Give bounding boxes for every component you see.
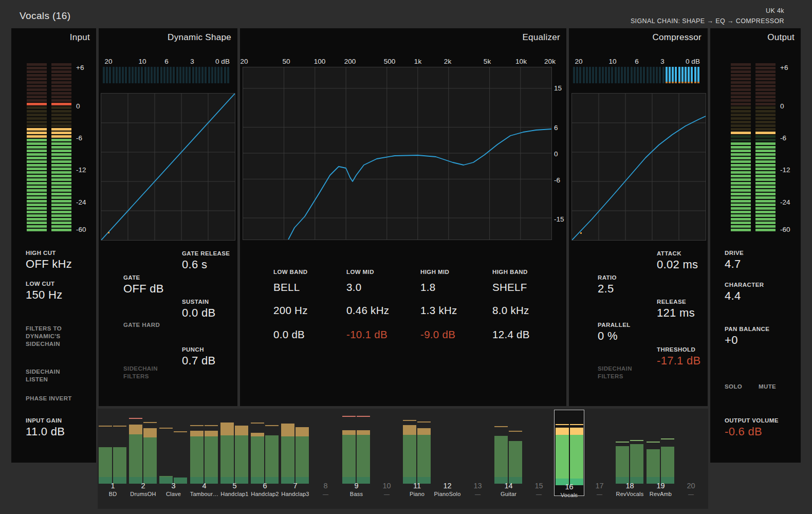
sidechain-listen-toggle[interactable]: SIDECHAIN LISTEN (26, 368, 60, 383)
track-19[interactable]: 19RevAmb (645, 409, 676, 509)
track-18[interactable]: 18RevVocals (615, 409, 645, 509)
solo-button[interactable]: SOLO (725, 383, 742, 391)
track-name: — (524, 491, 554, 497)
track-15[interactable]: 15— (524, 409, 554, 509)
track-17[interactable]: 17— (584, 409, 615, 509)
track-number: 7 (280, 482, 310, 490)
track-number: 3 (158, 482, 189, 490)
eq-band-3-gain: 12.4 dB (492, 328, 530, 341)
track-number: 4 (189, 482, 219, 490)
track-8[interactable]: 8— (310, 409, 341, 509)
track-name: — (372, 491, 402, 497)
filters-to-sidechain-toggle[interactable]: FILTERS TO DYNAMIC'S SIDECHAIN (26, 325, 62, 348)
track-6[interactable]: 6Handclap2 (250, 409, 280, 509)
track-meter (220, 409, 249, 484)
sustain-control[interactable]: SUSTAIN 0.0 dB (182, 298, 215, 319)
track-name: Guitar (493, 491, 524, 497)
shape-panel-title: Dynamic Shape (168, 32, 231, 43)
ratio-control[interactable]: RATIO 2.5 (598, 274, 617, 295)
track-7[interactable]: 7Handclap3 (280, 409, 310, 509)
track-meter (190, 409, 218, 484)
output-panel-title: Output (767, 32, 795, 43)
track-16-selected[interactable]: 16Vocals (554, 410, 584, 496)
signal-chain: SIGNAL CHAIN: SHAPE → EQ → COMPRESSOR (631, 16, 784, 26)
eq-band-0-gain: 0.0 dB (273, 328, 305, 341)
shape-transfer-graph (101, 93, 235, 241)
track-meter (433, 409, 462, 484)
high-cut-control[interactable]: HIGH CUT OFF kHz (26, 249, 72, 270)
pan-balance-control[interactable]: PAN BALANCE +0 (725, 325, 769, 346)
character-control[interactable]: CHARACTER 4.4 (725, 281, 764, 302)
output-volume-control[interactable]: OUTPUT VOLUME -0.6 dB (725, 417, 779, 438)
track-number: 10 (372, 482, 402, 490)
threshold-control[interactable]: THRESHOLD -17.1 dB (657, 346, 701, 367)
track-meter (129, 409, 157, 484)
gate-control[interactable]: GATE OFF dB (123, 274, 164, 295)
track-11[interactable]: 11Piano (402, 409, 432, 509)
track-name: RevVocals (615, 491, 645, 497)
track-10[interactable]: 10— (372, 409, 402, 509)
mute-button[interactable]: MUTE (759, 383, 776, 391)
dynamic-shape-panel: Dynamic Shape 2010630 dB GATE RELEASE 0.… (99, 28, 237, 406)
track-name: Handclap2 (250, 491, 280, 497)
track-name: — (310, 491, 341, 497)
gate-release-control[interactable]: GATE RELEASE 0.6 s (182, 250, 230, 271)
track-meter (159, 409, 188, 484)
track-2[interactable]: 2DrumsOH (128, 409, 158, 509)
parallel-control[interactable]: PARALLEL 0 % (598, 321, 631, 342)
channel-title: Vocals (16) (20, 10, 70, 22)
output-meter-right (755, 63, 776, 232)
attack-control[interactable]: ATTACK 0.02 ms (657, 250, 698, 271)
track-3[interactable]: 3Clave (158, 409, 189, 509)
track-name: Piano (402, 491, 432, 497)
track-number: 12 (432, 482, 463, 490)
track-name: Handclap1 (219, 491, 250, 497)
track-14[interactable]: 14Guitar (493, 409, 524, 509)
eq-band-0-shape: BELL (273, 281, 300, 293)
phase-invert-toggle[interactable]: PHASE INVERT (26, 395, 72, 402)
input-meter-right (51, 63, 71, 232)
eq-band-3-shape: SHELF (492, 281, 527, 293)
shape-gr-meter (103, 67, 230, 83)
release-control[interactable]: RELEASE 121 ms (657, 298, 695, 319)
eq-curve-graph (243, 67, 552, 240)
eq-band-2-freq: 1.3 kHz (420, 304, 457, 317)
header-info: UK 4k SIGNAL CHAIN: SHAPE → EQ → COMPRES… (631, 6, 784, 26)
drive-control[interactable]: DRIVE 4.7 (725, 249, 744, 270)
output-meter-left (731, 63, 751, 232)
track-number: 2 (128, 482, 158, 490)
track-number: 11 (402, 482, 432, 490)
input-gain-control[interactable]: INPUT GAIN 11.0 dB (26, 417, 65, 438)
input-panel: Input +60-6-12-24-60 HIGH CUT OFF kHz LO… (11, 28, 96, 463)
track-number: 17 (584, 482, 615, 490)
track-12[interactable]: 12PianoSolo (432, 409, 463, 509)
track-meter (677, 409, 705, 484)
track-5[interactable]: 5Handclap1 (219, 409, 250, 509)
track-9[interactable]: 9Bass (341, 409, 372, 509)
track-meter (373, 409, 401, 484)
low-cut-control[interactable]: LOW CUT 150 Hz (26, 280, 63, 301)
track-4[interactable]: 4Tambour… (189, 409, 219, 509)
track-name: Vocals (555, 492, 584, 498)
track-20[interactable]: 20— (676, 409, 706, 509)
device-name: UK 4k (631, 6, 784, 16)
punch-control[interactable]: PUNCH 0.7 dB (182, 346, 215, 367)
gate-hard-toggle[interactable]: GATE HARD (123, 321, 160, 329)
compressor-panel-title: Compressor (652, 32, 702, 43)
eq-band-1-shape: 3.0 (346, 281, 361, 293)
track-meter (494, 409, 523, 484)
track-1[interactable]: 1BD (98, 409, 128, 509)
compressor-transfer-graph (571, 93, 706, 241)
equalizer-panel: Equalizer 20501002005001k2k5k10k20k 1560… (240, 28, 566, 406)
track-meter (311, 409, 340, 484)
shape-sidechain-filters-toggle[interactable]: SIDECHAIN FILTERS (123, 365, 158, 380)
track-name: — (584, 491, 615, 497)
eq-panel-title: Equalizer (522, 32, 560, 43)
track-13[interactable]: 13— (463, 409, 493, 509)
track-name: — (463, 491, 493, 497)
eq-freq-scale: 20501002005001k2k5k10k20k (243, 58, 551, 66)
eq-band-0-freq: 200 Hz (273, 304, 308, 317)
compressor-sidechain-filters-toggle[interactable]: SIDECHAIN FILTERS (598, 365, 632, 380)
eq-band-2-shape: 1.8 (420, 281, 435, 293)
compressor-gr-meter (573, 67, 700, 83)
